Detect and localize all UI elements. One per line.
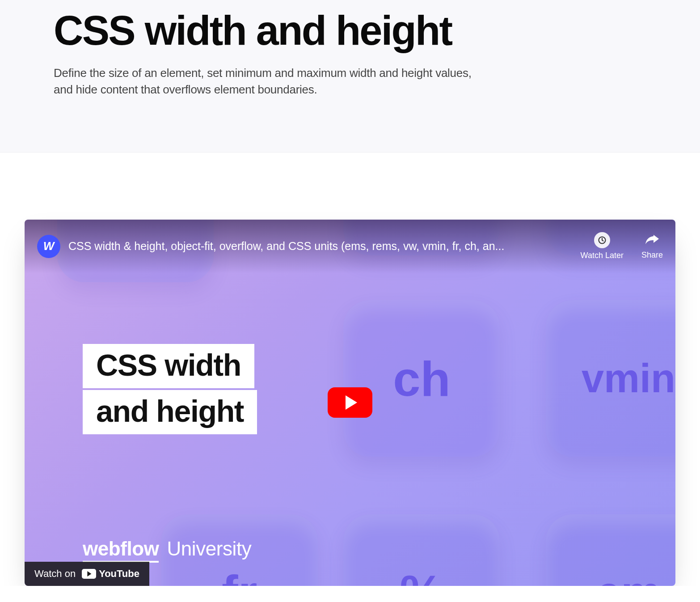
- video-embed[interactable]: ch vmin fr % em W CSS width & height, ob…: [25, 220, 675, 586]
- page-hero: CSS width and height Define the size of …: [0, 0, 700, 153]
- video-topbar: W CSS width & height, object-fit, overfl…: [25, 220, 675, 273]
- thumbnail-headline-line2: and height: [83, 390, 257, 434]
- thumbnail-headline-line1: CSS width: [83, 344, 254, 388]
- page-title: CSS width and height: [54, 9, 492, 52]
- brand-logo-text: webflow: [83, 538, 159, 560]
- content-section: ch vmin fr % em W CSS width & height, ob…: [0, 153, 700, 586]
- watch-on-youtube-button[interactable]: Watch on YouTube: [25, 562, 149, 586]
- brand-mark: webflow University: [83, 538, 251, 560]
- brand-suffix: University: [167, 538, 251, 560]
- bg-tile-em: em: [546, 514, 675, 586]
- play-button[interactable]: [328, 387, 372, 418]
- youtube-icon: [82, 569, 96, 579]
- page-subtitle: Define the size of an element, set minim…: [54, 65, 483, 98]
- share-icon: [644, 232, 660, 248]
- thumbnail-headline: CSS width and height: [83, 344, 257, 434]
- share-button[interactable]: Share: [641, 232, 663, 260]
- video-title[interactable]: CSS width & height, object-fit, overflow…: [68, 240, 572, 253]
- watch-later-button[interactable]: Watch Later: [581, 232, 624, 260]
- channel-avatar[interactable]: W: [37, 235, 60, 258]
- youtube-label: YouTube: [99, 568, 139, 580]
- share-label: Share: [641, 250, 663, 260]
- bg-tile-vmin: vmin: [546, 300, 675, 457]
- watch-later-label: Watch Later: [581, 251, 624, 260]
- clock-icon: [594, 232, 610, 248]
- watch-on-label: Watch on: [34, 568, 76, 580]
- bg-tile-ch: ch: [343, 300, 500, 457]
- bg-tile-pct: %: [343, 514, 500, 586]
